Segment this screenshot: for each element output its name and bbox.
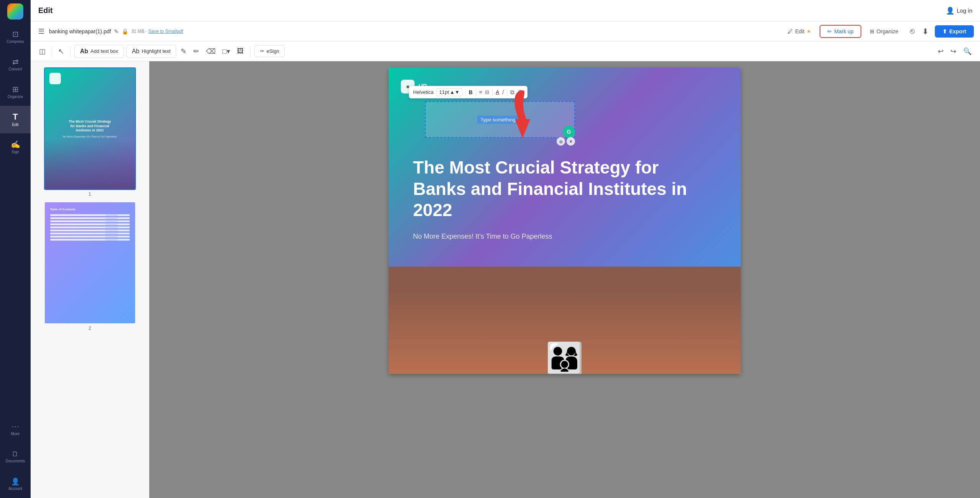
undo-button[interactable]: ↩ [936,45,946,58]
search-button[interactable]: 🔍 [961,45,974,58]
image-tool-button[interactable]: 🖼 [235,45,246,57]
pencil-tool-button[interactable]: ✏ [191,45,201,58]
filename: banking whitepapar(1).pdf [49,28,111,34]
toolbar: ◫ ↖ Ab Add text box Ab Highlight text ✎ … [31,41,980,61]
text-box-ctrl-2[interactable]: ✕ [567,137,575,146]
esign-button[interactable]: ✑ eSign [254,45,285,57]
delete-format-button[interactable]: 🗑 [518,89,523,95]
menu-button[interactable]: ☰ [37,26,46,37]
text-box[interactable]: Type something... G ◎ ✕ [425,101,575,138]
thumb1-logo [49,73,61,84]
organize-tab-icon: ⊞ [870,28,874,34]
mode-tabs: 🖊 Edit ★ ✏ Mark up ⊞ Organize [781,25,905,38]
convert-icon: ⇄ [12,58,19,66]
sidebar-item-account[interactable]: 👤 Account [0,470,31,498]
sidebar-label-documents: Documents [6,459,25,463]
page-thumbnail-2[interactable]: Table of Contents [44,201,136,331]
highlight-text-button[interactable]: Ab Highlight text [126,45,176,58]
download-icon: ⬇ [922,27,929,36]
format-sep-2 [476,89,476,96]
login-button[interactable]: 👤 Log in [946,7,972,15]
rename-button[interactable]: ✎ [114,28,119,34]
page-thumbnail-1[interactable]: The Most Crucial Strategyfor Banks and F… [44,67,136,197]
bold-button[interactable]: B [469,89,473,95]
redo-button[interactable]: ↪ [948,45,959,58]
markup-tab-icon: ✏ [827,28,832,34]
edit-icon: T [13,113,18,121]
thumb2-content [50,214,130,241]
search-icon: 🔍 [963,47,972,56]
tab-markup[interactable]: ✏ Mark up [820,25,861,38]
thumb1-subheading: No More Expenses! It's Time to Go Paperl… [63,135,117,138]
toolbar-divider-2 [70,46,70,57]
thumb1-photo [45,139,135,189]
eraser-tool-button[interactable]: ⌫ [204,45,218,58]
sidebar-item-convert[interactable]: ⇄ Convert [0,51,31,78]
esign-icon: ✑ [260,48,264,54]
toolbar-divider-3 [250,46,250,57]
photo-section: 👨‍👩‍👦 [389,267,741,374]
sidebar-item-edit[interactable]: T Edit [0,106,31,133]
tab-organize[interactable]: ⊞ Organize [863,26,905,37]
eraser-icon: ⌫ [206,47,216,56]
sidebar-item-sign[interactable]: ✍ Sign [0,133,31,161]
sidebar-item-organize[interactable]: ⊞ Organize [0,78,31,106]
documents-icon: 🗋 [12,450,19,457]
export-button[interactable]: ⬆ Export [935,25,974,38]
highlight-format-button[interactable]: / [502,89,504,95]
format-toolbar: Helvetica 11pt ▲▼ B ≡ ⊟ A / [409,86,528,98]
lock-icon: 🔒 [122,28,128,34]
sidebar-label-more: More [11,432,20,436]
main-content: Edit 👤 Log in ☰ banking whitepapar(1).pd… [31,0,980,498]
file-info: banking whitepapar(1).pdf ✎ 🔒 31 MB · Sa… [49,28,777,34]
sidebar-label-edit: Edit [12,123,18,127]
page-number-1: 1 [88,192,91,197]
tab-edit[interactable]: 🖊 Edit ★ [781,26,818,37]
file-size: 31 MB · Save to Smallpdf [131,29,183,34]
font-family-selector[interactable]: Helvetica [413,89,433,95]
account-icon: 👤 [11,478,20,485]
more-icon: ⋯ [11,423,19,430]
logo-icon [7,3,23,20]
sidebar: ⊡ Compress ⇄ Convert ⊞ Organize T Edit ✍… [0,0,31,498]
share-button[interactable]: ⎋ [908,25,916,37]
highlight-icon: Ab [132,48,140,55]
select-tool-button[interactable]: ↖ [56,45,66,58]
text-box-controls: ◎ ✕ [557,137,575,146]
app-logo [0,0,31,23]
toolbar-divider-1 [52,46,52,57]
sidebar-item-compress[interactable]: ⊡ Compress [0,23,31,51]
add-text-icon: Ab [80,48,88,55]
copy-format-button[interactable]: ⧉ [510,89,514,96]
body-area: The Most Crucial Strategyfor Banks and F… [31,61,980,498]
sidebar-label-compress: Compress [7,39,24,44]
pdf-viewer[interactable]: ⊕ UP Helvetica 11pt ▲▼ B [149,61,980,498]
toolbar-right: ↩ ↪ 🔍 [936,45,974,58]
sidebar-item-documents[interactable]: 🗋 Documents [0,443,31,470]
add-text-box-button[interactable]: Ab Add text box [74,45,124,58]
pdf-main-heading: The Most Crucial Strategy for Banks and … [413,157,716,221]
sidebar-label-account: Account [8,487,22,491]
pencil-icon: ✏ [193,47,199,56]
page1-hero: ⊕ UP Helvetica 11pt ▲▼ B [389,67,741,267]
thumb2-background: Table of Contents [45,202,135,323]
sidebar-toggle-button[interactable]: ◫ [37,45,48,58]
text-box-ctrl-1[interactable]: ◎ [557,137,565,146]
page-thumb-image-1: The Most Crucial Strategyfor Banks and F… [44,67,136,190]
download-button[interactable]: ⬇ [921,25,930,38]
export-icon: ⬆ [942,28,947,34]
shape-tool-button[interactable]: □▾ [220,45,232,58]
save-to-smallpdf[interactable]: Save to Smallpdf [149,29,183,34]
photo-people: 👨‍👩‍👦 [546,343,584,374]
sidebar-toggle-icon: ◫ [39,47,46,56]
pdf-subheading: No More Expenses! It's Time to Go Paperl… [413,233,552,241]
pen-tool-button[interactable]: ✎ [178,45,189,58]
align-button[interactable]: ≡ [479,89,482,95]
compress-icon: ⊡ [12,30,19,38]
sidebar-item-more[interactable]: ⋯ More [0,415,31,443]
header-actions: ⎋ ⬇ ⬆ Export [908,25,974,38]
font-size-selector[interactable]: 11pt ▲▼ [436,88,462,96]
text-color-button[interactable]: A [496,89,499,95]
user-icon: 👤 [946,7,954,15]
align-center-button[interactable]: ⊟ [485,89,489,95]
